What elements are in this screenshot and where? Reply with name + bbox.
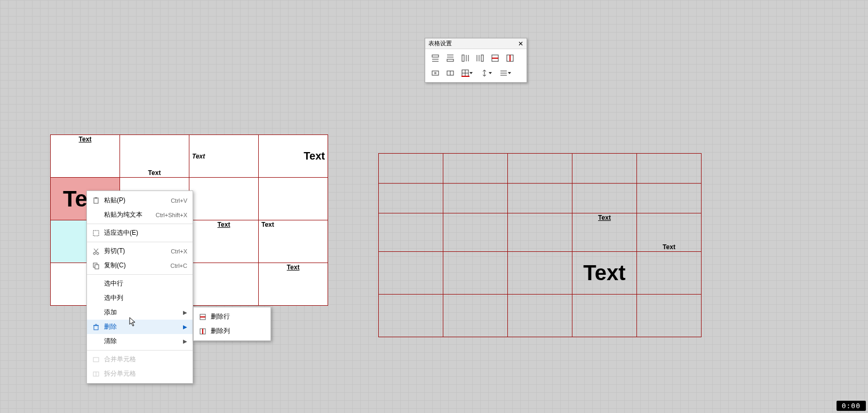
table-cell[interactable]: [572, 295, 637, 337]
delete-col-icon[interactable]: [503, 51, 517, 65]
menu-label: 选中行: [104, 279, 187, 288]
menu-paste[interactable]: 粘贴(P) Ctrl+V: [87, 193, 193, 208]
split-cells-icon[interactable]: [443, 66, 457, 80]
submenu-arrow-icon: ▶: [183, 324, 187, 330]
close-icon[interactable]: ✕: [517, 40, 524, 47]
split-cells-icon: [91, 370, 101, 378]
menu-select-col[interactable]: 选中列: [87, 291, 193, 305]
recording-timer: 0:00: [837, 401, 866, 411]
menu-delete[interactable]: 删除 ▶: [87, 320, 193, 334]
trash-icon: [91, 323, 101, 331]
table-cell[interactable]: [508, 184, 572, 213]
table-cell[interactable]: [189, 263, 259, 306]
table-cell[interactable]: Text: [259, 135, 328, 178]
timer-text: 0:00: [842, 402, 861, 410]
table-cell[interactable]: [637, 184, 702, 213]
table-cell[interactable]: [379, 184, 443, 213]
context-submenu-delete[interactable]: 删除行 删除列: [193, 307, 271, 341]
menu-label: 粘贴(P): [104, 196, 171, 205]
insert-col-right-icon[interactable]: [473, 51, 487, 65]
paste-icon: [91, 197, 101, 204]
table-cell[interactable]: [508, 213, 572, 252]
table-cell[interactable]: Text: [259, 263, 328, 306]
svg-rect-16: [432, 71, 439, 75]
menu-label: 剪切(T): [104, 247, 171, 256]
menu-label: 适应选中(E): [104, 228, 187, 237]
table-cell[interactable]: [443, 184, 508, 213]
menu-label: 粘贴为纯文本: [104, 210, 156, 219]
menu-clear[interactable]: 清除 ▶: [87, 334, 193, 348]
insert-col-left-icon[interactable]: [458, 51, 472, 65]
submenu-arrow-icon: ▶: [183, 338, 187, 344]
fit-selection-icon: [91, 229, 101, 237]
menu-paste-plain[interactable]: 粘贴为纯文本 Ctrl+Shift+X: [87, 208, 193, 222]
svg-rect-31: [93, 231, 99, 236]
table-cell[interactable]: [189, 178, 259, 220]
table-cell[interactable]: [259, 178, 328, 220]
menu-shortcut: Ctrl+Shift+X: [156, 212, 187, 218]
svg-rect-24: [461, 76, 469, 77]
svg-rect-29: [94, 198, 98, 203]
toolbar-header[interactable]: 表格设置 ✕: [425, 38, 527, 49]
table-cell[interactable]: Text: [120, 135, 189, 178]
table-cell[interactable]: [637, 252, 702, 295]
table-cell[interactable]: [379, 213, 443, 252]
table-cell[interactable]: Text: [189, 135, 259, 178]
cell-text: Text: [581, 260, 627, 285]
menu-fit-selection[interactable]: 适应选中(E): [87, 226, 193, 240]
menu-shortcut: Ctrl+C: [171, 263, 187, 269]
copy-icon: [91, 262, 101, 269]
delete-row-icon[interactable]: [488, 51, 502, 65]
table-settings-toolbar[interactable]: 表格设置 ✕: [425, 38, 527, 83]
table-cell[interactable]: [508, 295, 572, 337]
table-cell[interactable]: [637, 295, 702, 337]
svg-point-33: [97, 252, 99, 255]
merge-cells-icon[interactable]: [428, 66, 442, 80]
table-cell[interactable]: [443, 252, 508, 295]
submenu-delete-row[interactable]: 删除行: [194, 309, 270, 324]
cell-text: Text: [146, 168, 163, 178]
table-cell[interactable]: [508, 252, 572, 295]
table-cell[interactable]: [572, 154, 637, 184]
menu-cut[interactable]: 剪切(T) Ctrl+X: [87, 244, 193, 258]
table-cell[interactable]: [443, 154, 508, 184]
vertical-align-dropdown[interactable]: [477, 66, 496, 80]
table-right[interactable]: Text Text Text: [378, 153, 702, 337]
menu-split-cells: 拆分单元格: [87, 367, 193, 381]
insert-row-above-icon[interactable]: [428, 51, 442, 65]
insert-row-below-icon[interactable]: [443, 51, 457, 65]
svg-rect-41: [93, 358, 99, 362]
cell-text: Text: [77, 134, 94, 144]
table-cell[interactable]: [508, 154, 572, 184]
context-menu[interactable]: 粘贴(P) Ctrl+V 粘贴为纯文本 Ctrl+Shift+X 适应选中(E)…: [86, 190, 193, 384]
table-cell[interactable]: [572, 184, 637, 213]
table-cell[interactable]: Text: [51, 135, 120, 178]
table-cell[interactable]: Text: [572, 252, 637, 295]
horizontal-align-dropdown[interactable]: [497, 66, 515, 80]
border-style-dropdown[interactable]: [458, 66, 476, 80]
menu-select-row[interactable]: 选中行: [87, 276, 193, 291]
table-cell[interactable]: [637, 154, 702, 184]
menu-label: 删除: [104, 322, 183, 331]
table-cell[interactable]: [443, 213, 508, 252]
cell-text: Text: [216, 220, 233, 229]
table-cell[interactable]: Text: [637, 213, 702, 252]
toolbar-title: 表格设置: [428, 39, 452, 47]
svg-rect-6: [462, 55, 464, 61]
table-cell[interactable]: Text: [259, 220, 328, 263]
menu-add[interactable]: 添加 ▶: [87, 305, 193, 320]
cell-text: Text: [660, 242, 678, 252]
menu-copy[interactable]: 复制(C) Ctrl+C: [87, 258, 193, 273]
table-cell[interactable]: [379, 154, 443, 184]
table-cell[interactable]: Text: [572, 213, 637, 252]
table-cell[interactable]: [379, 295, 443, 337]
svg-rect-5: [447, 59, 453, 61]
submenu-delete-col[interactable]: 删除列: [194, 324, 270, 338]
menu-merge-cells: 合并单元格: [87, 352, 193, 367]
table-cell[interactable]: [443, 295, 508, 337]
cell-text: Text: [190, 152, 207, 161]
table-cell[interactable]: Text: [189, 220, 259, 263]
menu-label: 拆分单元格: [104, 369, 187, 378]
svg-rect-11: [481, 55, 483, 61]
table-cell[interactable]: [379, 252, 443, 295]
